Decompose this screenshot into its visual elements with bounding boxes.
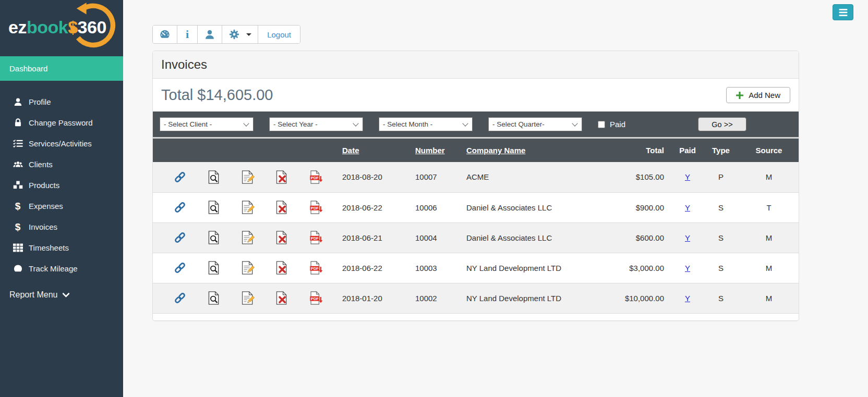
dashboard-button[interactable] [153,26,177,43]
svg-text:PDF: PDF [311,206,319,210]
year-select[interactable]: - Select Year - [269,117,363,131]
cubes-icon [11,180,24,190]
logo-text: ezbook$360 [8,16,123,39]
paid-link[interactable]: Y [685,203,690,212]
number-column-header[interactable]: Number [408,139,460,162]
month-select[interactable]: - Select Month - [379,117,473,131]
sidebar-item-label: Expenses [29,202,63,210]
dashboard-label: Dashboard [9,64,47,73]
sidebar-item-clients[interactable]: Clients [0,154,123,175]
sidebar-item-services-activities[interactable]: Services/Activities [0,133,123,154]
sidebar-item-expenses[interactable]: $Expenses [0,195,123,216]
delete-icon[interactable] [275,261,288,275]
invoice-type: S [704,192,738,222]
row-actions: PDF [153,201,335,214]
date-column-header[interactable]: Date [335,139,408,162]
svg-text:PDF: PDF [311,236,319,241]
pdf-download-icon[interactable]: PDF [309,261,322,275]
svg-text:PDF: PDF [311,176,319,180]
pdf-download-icon[interactable]: PDF [309,201,322,214]
link-icon[interactable] [173,261,187,275]
table-row: PDF 2018-01-20 10002 NY Land Development… [153,283,799,313]
delete-icon[interactable] [275,231,288,244]
panel-footer [153,314,799,320]
settings-dropdown-button[interactable] [222,26,258,43]
sidebar-item-dashboard[interactable]: Dashboard [0,56,123,81]
go-button[interactable]: Go >> [698,117,746,131]
add-new-button[interactable]: Add New [726,87,790,103]
edit-icon[interactable] [241,291,255,305]
paid-link[interactable]: Y [685,264,690,272]
paid-link[interactable]: Y [685,233,690,242]
invoice-type: S [704,253,738,283]
preview-icon[interactable] [207,170,221,184]
invoice-source: M [738,253,799,283]
preview-icon[interactable] [207,201,221,214]
invoice-type: P [704,162,738,192]
edit-icon[interactable] [241,201,255,214]
delete-icon[interactable] [275,170,288,184]
client-select-wrap: - Select Client - [160,117,254,131]
invoice-source: M [738,283,799,313]
pdf-download-icon[interactable]: PDF [309,291,322,305]
link-icon[interactable] [173,201,187,214]
sidebar-item-track-mileage[interactable]: Track Mileage [0,258,123,279]
delete-icon[interactable] [275,201,288,214]
paid-checkbox[interactable] [598,121,605,128]
toolbar: i Logout [152,25,300,44]
sidebar-item-invoices[interactable]: $Invoices [0,216,123,237]
lock-icon [11,117,24,128]
sidebar-item-products[interactable]: Products [0,175,123,195]
logo-part-360: 360 [78,17,106,37]
invoice-number: 10003 [408,253,460,283]
year-select-wrap: - Select Year - [269,117,363,131]
sidebar-report-menu[interactable]: Report Menu [0,290,123,300]
user-icon [11,96,24,107]
edit-icon[interactable] [241,261,255,275]
pdf-download-icon[interactable]: PDF [309,231,322,244]
logout-button[interactable]: Logout [258,26,300,43]
link-icon[interactable] [173,291,187,305]
info-button[interactable]: i [177,26,198,43]
invoice-total: $105.00 [616,162,671,192]
sidebar-item-label: Timesheets [29,243,69,252]
sidebar-item-profile[interactable]: Profile [0,91,123,112]
invoice-date: 2018-06-22 [335,192,408,222]
delete-icon[interactable] [275,291,288,305]
app-logo[interactable]: ezbook$360 [0,0,123,54]
users-icon [11,159,24,169]
quarter-select[interactable]: - Select Quarter- [488,117,582,131]
invoice-type: S [704,283,738,313]
menu-toggle-button[interactable] [833,4,853,20]
invoice-company: Daniel & Associates LLC [460,192,616,222]
paid-link[interactable]: Y [685,172,690,181]
gear-icon [228,29,240,40]
invoice-company: NY Land Development LTD [460,253,616,283]
link-icon[interactable] [173,231,187,244]
invoice-type: S [704,222,738,253]
total-column-header: Total [616,139,671,162]
sidebar-item-change-password[interactable]: Change Password [0,112,123,133]
client-select[interactable]: - Select Client - [160,117,254,131]
paid-link[interactable]: Y [685,294,690,303]
invoice-date: 2018-06-22 [335,253,408,283]
table-row: PDF 2018-08-20 10007 ACME $105.00 Y P M [153,162,799,192]
table-header-row: Date Number Company Name Total Paid Type… [153,139,799,162]
edit-icon[interactable] [241,170,255,184]
app-root: ezbook$360 Dashboard ProfileChange Passw… [0,0,868,397]
paid-label: Paid [610,120,625,129]
row-actions: PDF [153,291,335,305]
link-icon[interactable] [173,170,187,184]
filter-bar: - Select Client - - Select Year - - Sele… [153,111,799,137]
preview-icon[interactable] [207,231,221,244]
preview-icon[interactable] [207,291,221,305]
profile-button[interactable] [198,26,222,43]
svg-text:PDF: PDF [311,266,319,271]
preview-icon[interactable] [207,261,221,275]
edit-icon[interactable] [241,231,255,244]
invoice-date: 2018-01-20 [335,283,408,313]
pdf-download-icon[interactable]: PDF [309,170,322,184]
sidebar-item-timesheets[interactable]: Timesheets [0,237,123,258]
month-select-wrap: - Select Month - [379,117,473,131]
company-column-header[interactable]: Company Name [460,139,616,162]
